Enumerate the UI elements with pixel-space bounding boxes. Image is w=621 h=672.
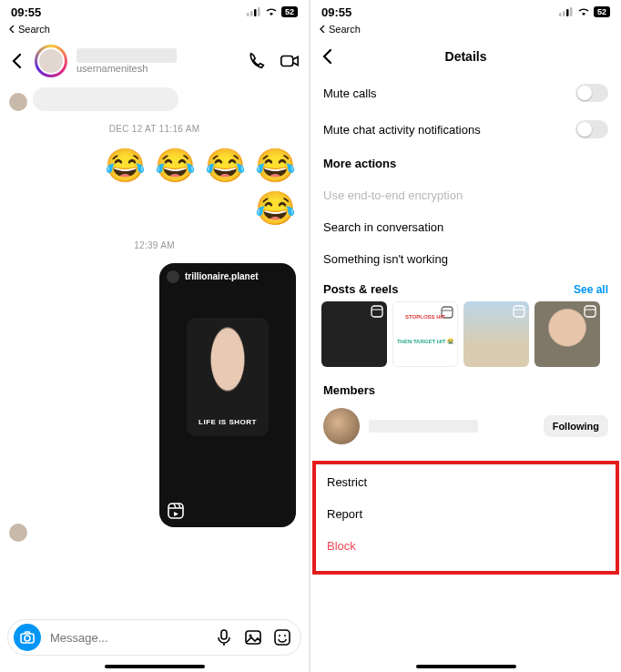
cellular-icon xyxy=(247,7,261,16)
header-username: usernamenitesh xyxy=(76,63,238,74)
wifi-icon xyxy=(577,7,590,16)
camera-button[interactable] xyxy=(14,624,41,651)
svg-point-12 xyxy=(279,635,280,636)
svg-rect-17 xyxy=(570,7,573,16)
svg-rect-21 xyxy=(585,306,596,317)
chat-body: DEC 12 AT 11:16 AM 😂 😂 😂 😂 😂 12:39 AM tr… xyxy=(0,87,309,551)
caret-left-icon xyxy=(9,25,16,33)
section-title: Posts & reels xyxy=(323,282,398,296)
back-search-label: Search xyxy=(329,24,361,35)
video-call-icon[interactable] xyxy=(280,51,300,71)
details-header: Details xyxy=(310,38,621,75)
battery-badge: 52 xyxy=(594,6,610,17)
emoji-message[interactable]: 😂 😂 😂 😂 xyxy=(9,147,300,184)
report-action[interactable]: Report xyxy=(321,498,610,530)
post-tile[interactable] xyxy=(534,301,600,367)
gallery-icon[interactable] xyxy=(244,628,262,647)
avatar xyxy=(9,524,27,542)
posts-reels-row: STOPLOSS HIT THEN TARGET HIT 😭 xyxy=(310,301,621,376)
status-right: 52 xyxy=(247,6,298,17)
not-working-row[interactable]: Something isn't working xyxy=(310,243,621,275)
row-label: Mute chat activity notifications xyxy=(323,123,481,137)
svg-point-13 xyxy=(284,635,286,636)
post-tile[interactable] xyxy=(321,301,387,367)
back-icon[interactable] xyxy=(320,48,336,65)
reel-icon xyxy=(167,502,185,520)
emoji-message[interactable]: 😂 xyxy=(9,189,300,227)
search-conversation-row[interactable]: Search in conversation xyxy=(310,211,621,243)
svg-rect-8 xyxy=(221,630,227,639)
story-avatar[interactable] xyxy=(35,45,67,77)
message-bubble[interactable] xyxy=(33,87,178,111)
svg-rect-9 xyxy=(246,631,260,644)
svg-rect-1 xyxy=(250,11,253,16)
status-right: 52 xyxy=(559,6,610,17)
svg-rect-16 xyxy=(566,9,569,16)
back-to-search[interactable]: Search xyxy=(0,24,309,38)
incoming-message xyxy=(9,87,300,111)
back-to-search[interactable]: Search xyxy=(310,24,621,38)
row-label: Search in conversation xyxy=(323,220,443,234)
shared-reel[interactable]: trillionaire.planet LIFE IS SHORT xyxy=(159,263,296,527)
reel-icon xyxy=(371,305,383,318)
see-all-link[interactable]: See all xyxy=(574,283,608,296)
timestamp: DEC 12 AT 11:16 AM xyxy=(9,124,300,134)
mute-chat-row[interactable]: Mute chat activity notifications xyxy=(310,111,621,148)
details-title: Details xyxy=(445,49,487,64)
restrict-action[interactable]: Restrict xyxy=(321,466,610,498)
status-time: 09:55 xyxy=(11,5,41,19)
svg-rect-15 xyxy=(563,11,565,16)
mute-calls-toggle[interactable] xyxy=(575,84,608,102)
camera-icon xyxy=(20,630,35,645)
display-name-redacted xyxy=(76,48,177,63)
member-row[interactable]: Following xyxy=(310,402,621,455)
reel-icon xyxy=(513,305,525,318)
post-tile[interactable] xyxy=(463,301,529,367)
post-tile[interactable]: STOPLOSS HIT THEN TARGET HIT 😭 xyxy=(392,301,458,367)
svg-rect-4 xyxy=(281,56,293,66)
caret-left-icon xyxy=(320,25,327,33)
highlighted-actions: Restrict Report Block xyxy=(312,461,619,575)
status-bar: 09:55 52 xyxy=(0,0,309,24)
mute-chat-toggle[interactable] xyxy=(575,120,608,138)
svg-rect-20 xyxy=(514,306,524,317)
reel-author: trillionaire.planet xyxy=(167,270,259,283)
section-title: Members xyxy=(323,383,375,397)
audio-call-icon[interactable] xyxy=(247,51,267,71)
more-actions-heading: More actions xyxy=(310,148,621,179)
member-name-redacted xyxy=(369,420,478,433)
back-icon[interactable] xyxy=(9,53,25,69)
following-button[interactable]: Following xyxy=(544,415,608,437)
status-time: 09:55 xyxy=(321,5,351,19)
home-indicator xyxy=(105,665,205,668)
heading-label: More actions xyxy=(323,157,396,170)
mute-calls-row[interactable]: Mute calls xyxy=(310,75,621,111)
back-search-label: Search xyxy=(18,24,50,35)
reel-icon xyxy=(584,305,596,318)
timestamp: 12:39 AM xyxy=(9,240,300,250)
svg-rect-18 xyxy=(372,306,382,317)
row-label: Use end-to-end encryption xyxy=(323,188,463,202)
avatar xyxy=(167,270,179,283)
posts-reels-header: Posts & reels See all xyxy=(310,275,621,301)
tile-text: THEN TARGET HIT 😭 xyxy=(393,338,457,344)
block-action[interactable]: Block xyxy=(321,530,610,562)
home-indicator xyxy=(416,665,516,668)
header-name-block[interactable]: usernamenitesh xyxy=(76,48,238,74)
chat-screen: 09:55 52 Search usernamenitesh DEC 12 AT… xyxy=(0,0,310,672)
sticker-icon[interactable] xyxy=(273,628,291,647)
svg-rect-3 xyxy=(258,7,260,16)
reel-caption: LIFE IS SHORT xyxy=(159,418,296,426)
members-header: Members xyxy=(310,376,621,402)
svg-point-7 xyxy=(25,636,30,641)
status-bar: 09:55 52 xyxy=(310,0,621,24)
wifi-icon xyxy=(265,7,278,16)
mic-icon[interactable] xyxy=(215,628,233,647)
svg-rect-5 xyxy=(168,504,183,518)
message-input[interactable] xyxy=(50,631,206,645)
avatar xyxy=(323,408,360,444)
e2ee-row: Use end-to-end encryption xyxy=(310,179,621,211)
row-label: Mute calls xyxy=(323,87,377,100)
battery-badge: 52 xyxy=(281,6,298,17)
svg-rect-14 xyxy=(559,13,562,16)
